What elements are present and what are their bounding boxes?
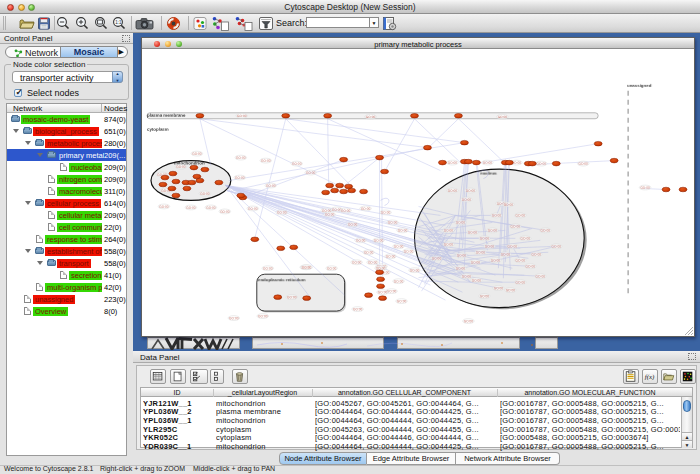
svg-text:GO:00: GO:00 — [456, 221, 466, 225]
svg-text:cytoplasm: cytoplasm — [147, 127, 169, 132]
svg-text:GO:00: GO:00 — [516, 258, 526, 262]
svg-text:GO:00: GO:00 — [526, 264, 536, 268]
svg-text:GO:00: GO:00 — [468, 231, 478, 235]
svg-text:GO:00: GO:00 — [364, 250, 374, 254]
svg-text:GO:00: GO:00 — [356, 239, 366, 243]
svg-text:GO:00: GO:00 — [397, 299, 407, 303]
svg-text:GO:00: GO:00 — [501, 252, 511, 256]
svg-text:GO:00: GO:00 — [325, 213, 335, 217]
svg-text:plasma membrane: plasma membrane — [147, 113, 186, 118]
svg-text:GO:00: GO:00 — [361, 207, 371, 211]
svg-text:GO:00: GO:00 — [444, 229, 454, 233]
svg-text:GO:00: GO:00 — [448, 189, 458, 193]
svg-text:GO:00: GO:00 — [476, 250, 486, 254]
svg-text:GO:00: GO:00 — [229, 316, 239, 320]
svg-text:GO:00: GO:00 — [506, 288, 516, 292]
svg-text:GO:00: GO:00 — [292, 162, 302, 166]
svg-text:GO:00: GO:00 — [508, 245, 518, 249]
svg-text:GO:00: GO:00 — [464, 319, 474, 323]
svg-text:GO:00: GO:00 — [579, 162, 589, 166]
svg-text:GO:00: GO:00 — [504, 203, 514, 207]
svg-text:GO:00: GO:00 — [394, 279, 404, 283]
svg-text:GO:00: GO:00 — [456, 266, 466, 270]
svg-text:GO:00: GO:00 — [472, 278, 482, 282]
svg-text:GO:00: GO:00 — [536, 274, 546, 278]
svg-text:GO:00: GO:00 — [258, 314, 268, 318]
svg-text:GO:00: GO:00 — [471, 260, 481, 264]
svg-text:GO:00: GO:00 — [494, 286, 504, 290]
svg-text:GO:00: GO:00 — [192, 152, 202, 156]
svg-text:nucleus: nucleus — [480, 171, 497, 176]
svg-text:GO:00: GO:00 — [306, 171, 316, 175]
svg-text:GO:00: GO:00 — [159, 205, 169, 209]
svg-text:GO:00: GO:00 — [457, 253, 467, 257]
svg-text:GO:00: GO:00 — [394, 245, 404, 249]
svg-text:GO:00: GO:00 — [480, 294, 490, 298]
svg-text:GO:00: GO:00 — [532, 252, 542, 256]
svg-text:GO:00: GO:00 — [492, 214, 502, 218]
svg-text:GO:00: GO:00 — [261, 159, 271, 163]
svg-text:GO:00: GO:00 — [466, 189, 476, 193]
svg-text:GO:00: GO:00 — [200, 192, 210, 196]
svg-text:GO:00: GO:00 — [404, 249, 414, 253]
svg-text:GO:00: GO:00 — [541, 229, 551, 233]
svg-text:GO:00: GO:00 — [488, 229, 498, 233]
svg-text:GO:00: GO:00 — [235, 176, 245, 180]
svg-text:GO:00: GO:00 — [491, 258, 501, 262]
svg-text:GO:00: GO:00 — [537, 162, 547, 166]
svg-text:GO:00: GO:00 — [341, 209, 351, 213]
svg-text:GO:00: GO:00 — [381, 211, 391, 215]
svg-text:GO:00: GO:00 — [327, 266, 337, 270]
svg-text:GO:00: GO:00 — [348, 223, 358, 227]
svg-text:GO:00: GO:00 — [248, 207, 258, 211]
svg-text:GO:00: GO:00 — [448, 161, 458, 165]
svg-text:GO:00: GO:00 — [410, 268, 420, 272]
svg-text:f(x): f(x) — [645, 373, 655, 381]
svg-text:GO:00: GO:00 — [521, 237, 531, 241]
svg-text:GO:00: GO:00 — [483, 161, 493, 165]
svg-text:GO:00: GO:00 — [352, 260, 362, 264]
svg-text:GO:00: GO:00 — [287, 295, 297, 299]
svg-text:GO:00: GO:00 — [498, 115, 508, 119]
svg-text:GO:00: GO:00 — [444, 243, 454, 247]
svg-text:GO:00: GO:00 — [640, 186, 650, 190]
svg-text:GO:00: GO:00 — [374, 239, 384, 243]
svg-text:GO:00: GO:00 — [266, 184, 276, 188]
svg-text:GO:00: GO:00 — [263, 266, 273, 270]
svg-text:1:1: 1:1 — [115, 20, 122, 25]
svg-text:GO:00: GO:00 — [220, 210, 230, 214]
svg-text:GO:00: GO:00 — [511, 225, 521, 229]
svg-text:GO:00: GO:00 — [176, 165, 186, 169]
svg-text:GO:00: GO:00 — [206, 206, 216, 210]
svg-text:GO:00: GO:00 — [236, 156, 246, 160]
svg-text:GO:00: GO:00 — [388, 221, 398, 225]
svg-text:GO:00: GO:00 — [353, 307, 363, 311]
svg-text:GO:00: GO:00 — [277, 211, 287, 215]
svg-text:GO:00: GO:00 — [378, 290, 388, 294]
svg-text:GO:00: GO:00 — [485, 245, 495, 249]
svg-text:GO:00: GO:00 — [302, 265, 312, 269]
svg-text:GO:00: GO:00 — [366, 115, 376, 119]
svg-text:GO:00: GO:00 — [186, 206, 196, 210]
svg-text:GO:00: GO:00 — [432, 256, 442, 260]
svg-text:unassigned: unassigned — [627, 83, 652, 88]
svg-text:GO:00: GO:00 — [462, 198, 472, 202]
svg-text:GO:00: GO:00 — [516, 214, 526, 218]
svg-text:GO:00: GO:00 — [386, 254, 396, 258]
svg-text:GO:00: GO:00 — [480, 237, 490, 241]
svg-text:GO:00: GO:00 — [516, 280, 526, 284]
svg-text:GO:00: GO:00 — [462, 274, 472, 278]
svg-text:GO:00: GO:00 — [552, 245, 562, 249]
svg-text:GO:00: GO:00 — [237, 114, 247, 118]
svg-text:GO:00: GO:00 — [398, 229, 408, 233]
